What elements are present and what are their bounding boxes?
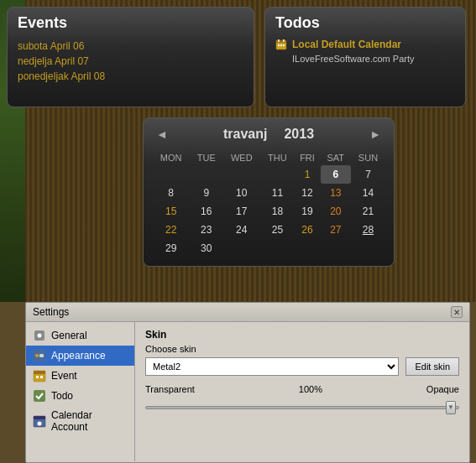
slider-container: ▼ xyxy=(145,399,459,416)
calendar-day[interactable]: 1 xyxy=(294,165,320,184)
calendar-day[interactable]: 16 xyxy=(190,202,222,221)
todo-calendar-name: Local Default Calendar xyxy=(292,39,401,50)
appearance-icon xyxy=(33,349,46,362)
calendar-day[interactable]: 29 xyxy=(152,239,190,258)
calendar-day xyxy=(260,165,294,184)
calendar-day xyxy=(152,165,190,184)
todos-panel: Todos Local Default Calendar ILoveFreeSo… xyxy=(264,7,466,107)
calendar-month: travanj xyxy=(223,127,267,142)
calendar-day[interactable]: 7 xyxy=(351,165,385,184)
day-header-thu: THU xyxy=(260,150,294,165)
sidebar-label-appearance: Appearance xyxy=(51,350,106,362)
choose-skin-label: Choose skin xyxy=(145,344,459,354)
sidebar-item-todo[interactable]: Todo xyxy=(26,386,134,406)
settings-titlebar: Settings ✕ xyxy=(26,303,469,322)
calendar-day[interactable]: 21 xyxy=(351,202,385,221)
svg-rect-15 xyxy=(40,376,43,378)
prev-month-button[interactable]: ◄ xyxy=(152,127,172,141)
calendar-icon xyxy=(275,39,287,50)
sidebar-label-calendar-account: Calendar Account xyxy=(51,409,128,433)
opacity-value: 100% xyxy=(299,384,322,394)
settings-body: General Appearance Event xyxy=(26,322,469,461)
opaque-label: Opaque xyxy=(426,384,459,394)
svg-point-10 xyxy=(35,354,39,357)
day-header-sat: SAT xyxy=(321,150,351,165)
calendar-day[interactable]: 17 xyxy=(222,202,260,221)
todo-calendar-row: Local Default Calendar xyxy=(275,39,455,50)
calendar-day[interactable]: 20 xyxy=(321,202,351,221)
settings-close-button[interactable]: ✕ xyxy=(451,306,463,318)
sidebar-label-todo: Todo xyxy=(51,390,73,402)
svg-rect-14 xyxy=(36,376,39,378)
settings-content: Skin Choose skin Metal2 Edit skin Transp… xyxy=(135,322,469,461)
events-panel: Events subota April 06 nedjelja April 07… xyxy=(7,7,254,107)
todo-item: ILoveFreeSoftware.com Party xyxy=(275,54,455,64)
next-month-button[interactable]: ► xyxy=(365,127,385,141)
slider-track xyxy=(145,406,459,409)
sidebar-label-event: Event xyxy=(51,370,77,382)
calendar-day[interactable]: 27 xyxy=(321,221,351,239)
sidebar-item-general[interactable]: General xyxy=(26,325,134,346)
calendar-header: ◄ travanj 2013 ► xyxy=(152,127,385,142)
day-header-sun: SUN xyxy=(351,150,385,165)
calendar-day[interactable]: 24 xyxy=(222,221,260,239)
day-header-tue: TUE xyxy=(190,150,222,165)
transparent-label: Transparent xyxy=(145,384,195,394)
svg-rect-16 xyxy=(34,390,45,402)
event-item-3: ponedjeljak April 08 xyxy=(18,69,243,84)
svg-point-8 xyxy=(38,334,42,338)
svg-rect-11 xyxy=(39,354,44,357)
day-header-wed: WED xyxy=(222,150,260,165)
skin-select[interactable]: Metal2 xyxy=(145,357,399,376)
calendar-day[interactable]: 12 xyxy=(294,184,320,202)
calendar-day xyxy=(222,165,260,184)
calendar-day[interactable]: 15 xyxy=(152,202,190,221)
calendar-day[interactable]: 9 xyxy=(190,184,222,202)
event-item-1: subota April 06 xyxy=(18,39,243,54)
sidebar-item-calendar-account[interactable]: Calendar Account xyxy=(26,406,134,436)
calendar-day[interactable]: 13 xyxy=(321,184,351,202)
calendar-day[interactable]: 11 xyxy=(260,184,294,202)
sidebar-item-appearance[interactable]: Appearance xyxy=(26,346,134,366)
transparent-row: Transparent 100% Opaque xyxy=(145,384,459,394)
calendar-day xyxy=(260,239,294,258)
calendar-day xyxy=(190,165,222,184)
calendar-day[interactable]: 23 xyxy=(190,221,222,239)
calendar-day[interactable]: 19 xyxy=(294,202,320,221)
calendar-day[interactable]: 28 xyxy=(351,221,385,239)
day-header-mon: MON xyxy=(152,150,190,165)
calendar-day[interactable]: 22 xyxy=(152,221,190,239)
sidebar-label-general: General xyxy=(51,330,87,341)
calendar-year: 2013 xyxy=(284,127,314,142)
calendar-account-icon xyxy=(33,414,46,428)
settings-panel: Settings ✕ General Appearance xyxy=(25,302,470,463)
svg-rect-4 xyxy=(278,44,280,46)
calendar-day[interactable]: 10 xyxy=(222,184,260,202)
day-header-fri: FRI xyxy=(294,150,320,165)
calendar-grid: MON TUE WED THU FRI SAT SUN 167891011121… xyxy=(152,150,385,258)
calendar-day xyxy=(222,239,260,258)
calendar-day[interactable]: 18 xyxy=(260,202,294,221)
slider-thumb[interactable]: ▼ xyxy=(446,401,456,414)
svg-rect-5 xyxy=(280,44,282,46)
calendar-day xyxy=(294,239,320,258)
calendar-widget: ◄ travanj 2013 ► MON TUE WED THU FRI SAT… xyxy=(143,117,395,267)
slider-thumb-icon: ▼ xyxy=(447,404,454,411)
svg-point-19 xyxy=(38,422,42,426)
calendar-day[interactable]: 30 xyxy=(190,239,222,258)
calendar-day[interactable]: 6 xyxy=(321,165,351,184)
calendar-day[interactable]: 14 xyxy=(351,184,385,202)
calendar-day[interactable]: 25 xyxy=(260,221,294,239)
gear-icon xyxy=(33,329,46,342)
settings-sidebar: General Appearance Event xyxy=(26,322,135,461)
calendar-day xyxy=(351,239,385,258)
sidebar-item-event[interactable]: Event xyxy=(26,366,134,386)
calendar-day xyxy=(321,239,351,258)
edit-skin-button[interactable]: Edit skin xyxy=(405,357,459,376)
calendar-day[interactable]: 8 xyxy=(152,184,190,202)
event-item-2: nedjelja April 07 xyxy=(18,54,243,69)
settings-title: Settings xyxy=(33,306,69,318)
skin-section-label: Skin xyxy=(145,329,459,341)
skin-row: Metal2 Edit skin xyxy=(145,357,459,376)
calendar-day[interactable]: 26 xyxy=(294,221,320,239)
